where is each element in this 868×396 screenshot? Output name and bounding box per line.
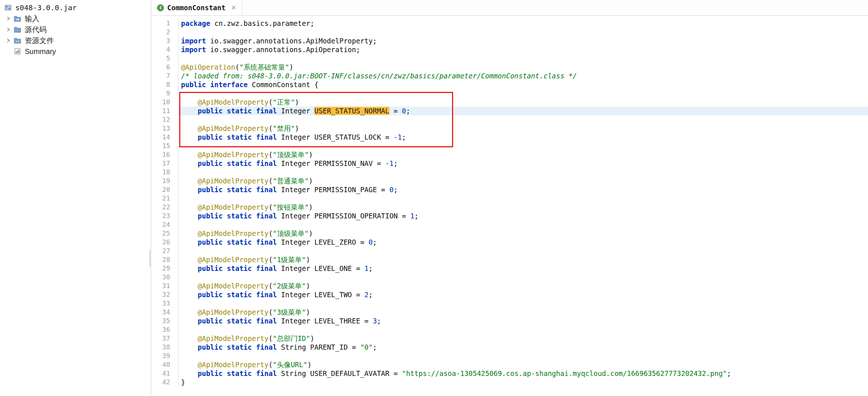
- code-token: 1: [410, 212, 414, 220]
- code-line-text: [178, 246, 868, 255]
- code-token: }: [181, 378, 185, 386]
- tab-commonconstant[interactable]: I CommonConstant ✕: [151, 0, 242, 15]
- code-line[interactable]: 27: [151, 246, 868, 255]
- code-line[interactable]: 30: [151, 273, 868, 282]
- code-line[interactable]: 12: [151, 115, 868, 124]
- line-number: 25: [151, 229, 178, 238]
- code-line[interactable]: 25 @ApiModelProperty("顶级菜单"): [151, 229, 868, 238]
- code-line[interactable]: 40 @ApiModelProperty("头像URL"): [151, 360, 868, 369]
- code-line[interactable]: 2: [151, 28, 868, 36]
- line-number: 19: [151, 176, 178, 185]
- code-line-text: public static final Integer PERMISSION_N…: [178, 159, 868, 168]
- line-number: 11: [151, 106, 178, 115]
- code-token: @ApiModelProperty: [198, 282, 268, 290]
- code-token: [181, 291, 198, 299]
- code-line[interactable]: 5: [151, 54, 868, 63]
- code-line[interactable]: 21: [151, 194, 868, 203]
- code-line[interactable]: 35 public static final Integer LEVEL_THR…: [151, 317, 868, 325]
- line-number: 33: [151, 299, 178, 308]
- code-line[interactable]: 8public interface CommonConstant {: [151, 80, 868, 89]
- code-token: public static final: [198, 186, 277, 194]
- sidebar-item-resources[interactable]: 资源文件: [0, 35, 151, 46]
- code-line[interactable]: 3import io.swagger.annotations.ApiModelP…: [151, 36, 868, 45]
- code-line[interactable]: 42}: [151, 378, 868, 387]
- chevron-right-icon[interactable]: [4, 38, 13, 43]
- code-line[interactable]: 22 @ApiModelProperty("按钮菜单"): [151, 203, 868, 211]
- code-line[interactable]: 32 public static final Integer LEVEL_TWO…: [151, 290, 868, 299]
- code-line[interactable]: 23 public static final Integer PERMISSIO…: [151, 211, 868, 220]
- code-line[interactable]: 9: [151, 89, 868, 98]
- code-line[interactable]: 11 public static final Integer USER_STAT…: [151, 106, 868, 115]
- code-token: [181, 124, 198, 132]
- code-line[interactable]: 14 public static final Integer USER_STAT…: [151, 133, 868, 141]
- code-token: ): [309, 203, 313, 211]
- code-token: ;: [369, 291, 373, 299]
- code-line[interactable]: 33: [151, 299, 868, 308]
- code-editor[interactable]: 1package cn.zwz.basics.parameter;23impor…: [151, 16, 868, 396]
- line-number: 17: [151, 159, 178, 168]
- code-token: ): [295, 98, 299, 106]
- code-line-text: public static final Integer LEVEL_ONE = …: [178, 264, 868, 273]
- chevron-right-icon[interactable]: [4, 16, 13, 21]
- sidebar-item-source-code[interactable]: 源代码: [0, 24, 151, 35]
- code-token: [181, 186, 198, 194]
- code-token: @ApiModelProperty: [198, 177, 268, 185]
- line-number: 21: [151, 194, 178, 203]
- code-line[interactable]: 37 @ApiModelProperty("总部门ID"): [151, 334, 868, 343]
- sidebar-item-jar[interactable]: s048-3.0.0.jar: [0, 2, 151, 13]
- code-line[interactable]: 17 public static final Integer PERMISSIO…: [151, 159, 868, 168]
- code-line[interactable]: 38 public static final String PARENT_ID …: [151, 343, 868, 352]
- code-line[interactable]: 13 @ApiModelProperty("禁用"): [151, 124, 868, 133]
- code-token: [181, 264, 198, 272]
- code-token: String USER_DEFAULT_AVATAR =: [277, 369, 402, 377]
- code-token: -1: [393, 133, 402, 141]
- editor-lines: 1package cn.zwz.basics.parameter;23impor…: [151, 19, 868, 387]
- tab-title: CommonConstant: [167, 4, 225, 12]
- code-line[interactable]: 10 @ApiModelProperty("正常"): [151, 98, 868, 106]
- code-token: [181, 317, 198, 325]
- code-token: 3: [373, 317, 377, 325]
- line-number: 18: [151, 168, 178, 176]
- chevron-right-icon[interactable]: [4, 27, 13, 32]
- sidebar-item-summary[interactable]: Summary: [0, 46, 151, 57]
- code-line[interactable]: 18: [151, 168, 868, 176]
- code-token: [181, 343, 198, 351]
- sidebar-item-input[interactable]: 输入: [0, 13, 151, 24]
- code-token: io.swagger.annotations.ApiModelProperty;: [206, 37, 377, 45]
- code-line-text: [178, 89, 868, 98]
- code-line[interactable]: 36: [151, 325, 868, 334]
- code-line-text: @ApiModelProperty("按钮菜单"): [178, 203, 868, 211]
- code-token: "顶级菜单": [273, 151, 309, 159]
- code-line-text: public static final String USER_DEFAULT_…: [178, 369, 868, 378]
- code-line[interactable]: 6@ApiOperation("系统基础常量"): [151, 63, 868, 71]
- code-line[interactable]: 39: [151, 352, 868, 360]
- folder-resources-icon: [13, 37, 22, 44]
- code-line[interactable]: 19 @ApiModelProperty("普通菜单"): [151, 176, 868, 185]
- code-token: (: [268, 256, 272, 264]
- tab-close-icon[interactable]: ✕: [231, 5, 236, 11]
- code-line[interactable]: 15: [151, 141, 868, 150]
- code-line[interactable]: 26 public static final Integer LEVEL_ZER…: [151, 238, 868, 246]
- line-number: 6: [151, 63, 178, 71]
- code-line-text: public static final Integer USER_STATUS_…: [178, 133, 868, 141]
- code-token: Integer PERMISSION_NAV =: [277, 159, 385, 167]
- code-token: public static final: [198, 291, 277, 299]
- code-line[interactable]: 34 @ApiModelProperty("3级菜单"): [151, 308, 868, 317]
- code-line[interactable]: 20 public static final Integer PERMISSIO…: [151, 185, 868, 194]
- jar-icon: [4, 4, 12, 11]
- code-token: [181, 107, 198, 115]
- code-line[interactable]: 41 public static final String USER_DEFAU…: [151, 369, 868, 378]
- code-line[interactable]: 1package cn.zwz.basics.parameter;: [151, 19, 868, 28]
- code-line[interactable]: 31 @ApiModelProperty("2级菜单"): [151, 282, 868, 290]
- code-line[interactable]: 7/* loaded from: s048-3.0.0.jar:BOOT-INF…: [151, 71, 868, 80]
- code-line[interactable]: 16 @ApiModelProperty("顶级菜单"): [151, 150, 868, 159]
- code-line[interactable]: 28 @ApiModelProperty("1级菜单"): [151, 255, 868, 264]
- code-token: "1级菜单": [273, 256, 306, 264]
- code-line-text: @ApiModelProperty("顶级菜单"): [178, 150, 868, 159]
- code-line[interactable]: 4import io.swagger.annotations.ApiOperat…: [151, 45, 868, 54]
- code-line[interactable]: 29 public static final Integer LEVEL_ONE…: [151, 264, 868, 273]
- code-token: [181, 282, 198, 290]
- code-line-text: import io.swagger.annotations.ApiModelPr…: [178, 36, 868, 45]
- code-line[interactable]: 24: [151, 220, 868, 229]
- code-token: String PARENT_ID =: [277, 343, 360, 351]
